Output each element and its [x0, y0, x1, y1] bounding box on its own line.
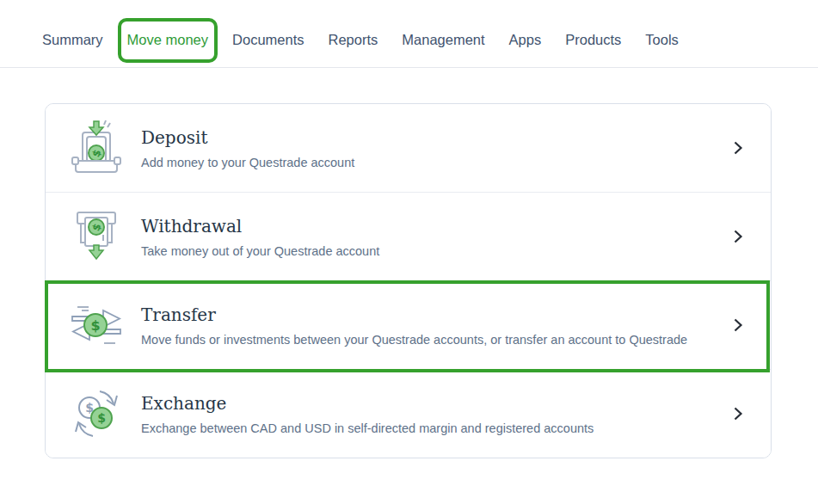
deposit-title: Deposit: [141, 127, 733, 148]
withdrawal-row[interactable]: $ Withdrawal Take money out of your Ques…: [46, 192, 771, 280]
tab-reports[interactable]: Reports: [329, 32, 378, 48]
svg-text:$: $: [97, 411, 106, 425]
tab-apps[interactable]: Apps: [509, 32, 542, 48]
tab-move-money-label: Move money: [127, 32, 208, 47]
withdrawal-title: Withdrawal: [141, 216, 733, 237]
exchange-text: Exchange Exchange between CAD and USD in…: [141, 391, 733, 436]
deposit-text: Deposit Add money to your Questrade acco…: [141, 126, 733, 170]
exchange-icon: $ $: [65, 383, 127, 445]
chevron-right-icon: [733, 317, 748, 333]
transfer-description: Move funds or investments between your Q…: [141, 332, 733, 347]
deposit-description: Add money to your Questrade account: [141, 155, 733, 170]
exchange-title: Exchange: [141, 393, 733, 414]
transfer-row[interactable]: $ Transfer Move funds or investments bet…: [46, 280, 771, 369]
deposit-icon: $: [65, 117, 127, 179]
tab-summary[interactable]: Summary: [42, 32, 103, 48]
transfer-title: Transfer: [141, 304, 733, 325]
withdrawal-description: Take money out of your Questrade account: [141, 243, 733, 259]
transfer-icon: $: [65, 294, 127, 356]
tab-products[interactable]: Products: [565, 32, 621, 48]
transfer-text: Transfer Move funds or investments betwe…: [141, 303, 733, 347]
chevron-right-icon: [733, 229, 748, 244]
tab-management[interactable]: Management: [402, 32, 484, 48]
exchange-description: Exchange between CAD and USD in self-dir…: [141, 421, 733, 436]
tab-move-money[interactable]: Move money: [127, 32, 208, 48]
withdrawal-text: Withdrawal Take money out of your Questr…: [141, 214, 733, 259]
svg-text:$: $: [90, 317, 100, 334]
chevron-right-icon: [733, 406, 748, 421]
deposit-row[interactable]: $ Deposit Add money to your Questrade ac…: [46, 104, 771, 192]
withdrawal-icon: $: [65, 206, 127, 267]
exchange-row[interactable]: $ $ Exchange Exchange between CAD and US…: [46, 369, 771, 458]
tab-documents[interactable]: Documents: [232, 32, 304, 48]
top-nav: Summary Move money Documents Reports Man…: [0, 0, 818, 68]
chevron-right-icon: [733, 140, 748, 156]
move-money-actions-card: $ Deposit Add money to your Questrade ac…: [45, 103, 772, 458]
tab-tools[interactable]: Tools: [645, 32, 679, 48]
